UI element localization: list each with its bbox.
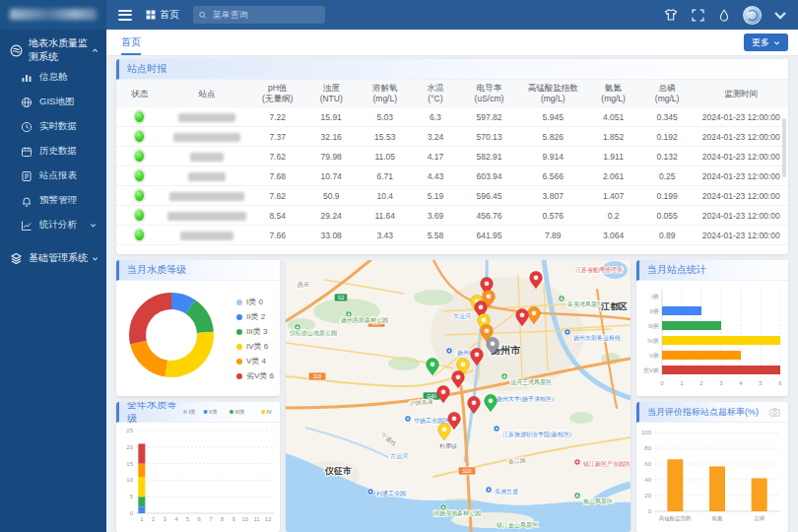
- value-cell: 79.98: [304, 147, 359, 166]
- sidebar-item-gis-map[interactable]: GIS地图: [0, 90, 106, 114]
- map-label: 镇江新区产业园区: [582, 460, 631, 468]
- table-row[interactable]: 7.6810.746.714.43603.946.5662.0610.25202…: [116, 166, 788, 186]
- breadcrumb-home[interactable]: 首页: [146, 8, 179, 22]
- map-label: 古运河: [390, 453, 408, 460]
- svg-text:40: 40: [644, 477, 651, 483]
- logo-blurred-text: [10, 9, 97, 20]
- value-cell: 3.24: [412, 127, 459, 147]
- panel-title: 当月评价指标站点超标率(%): [636, 402, 788, 423]
- value-cell: 50.9: [304, 186, 359, 206]
- user-menu-chevron-icon[interactable]: [772, 7, 788, 23]
- value-cell: 0.345: [640, 107, 695, 127]
- tab-bar: 首页 更多: [106, 30, 798, 56]
- sidebar-item-alert-management[interactable]: 预警管理: [0, 188, 106, 213]
- table-row[interactable]: 8.5429.2411.643.69456.760.5760.20.055202…: [116, 206, 788, 226]
- value-cell: 582.91: [459, 147, 519, 166]
- stations-map[interactable]: G40G2S28328353扬州西部森林公园仪征捺山地质公园润扬湿地森林公园运河…: [286, 260, 631, 532]
- status-cell: [116, 147, 164, 166]
- value-cell: 6.3: [412, 107, 459, 127]
- station-name-redacted: [190, 153, 224, 162]
- svg-text:2: 2: [699, 380, 703, 386]
- search-input[interactable]: [211, 9, 319, 21]
- legend-item[interactable]: V类 4: [236, 354, 274, 368]
- svg-text:0: 0: [660, 380, 664, 386]
- save-image-icon[interactable]: [769, 408, 780, 417]
- more-button[interactable]: 更多: [744, 33, 788, 51]
- svg-text:II类: II类: [209, 409, 218, 415]
- time-cell: 2024-01-23 12:00:00: [694, 166, 788, 186]
- globe-icon: [21, 97, 33, 108]
- park-poi-icon: [574, 493, 580, 499]
- sidebar-item-label: 站点报表: [39, 169, 77, 182]
- table-row[interactable]: 7.2215.915.036.3597.825.9454.0510.345202…: [116, 107, 788, 127]
- value-cell: 597.82: [459, 107, 519, 127]
- red-poi-icon: [574, 459, 580, 465]
- map-label: 江苏省船闸管理所: [575, 266, 623, 274]
- donut-legend: I类 0II类 2III类 3IV类 6V类 4劣V类 6: [236, 295, 274, 383]
- sidebar-item-label: 实时数据: [39, 120, 77, 133]
- apps-grid-icon: [146, 10, 156, 20]
- line-chart-icon: [21, 220, 33, 232]
- svg-text:劣V类: 劣V类: [643, 367, 659, 374]
- map-label: 大运河: [453, 312, 471, 319]
- user-avatar[interactable]: [743, 6, 762, 25]
- sidebar-group-surface-water-system[interactable]: 地表水质量监测系统: [0, 35, 106, 65]
- legend-item[interactable]: IV类 6: [236, 339, 274, 354]
- status-dot-green: [133, 188, 146, 203]
- menu-toggle-icon[interactable]: [118, 10, 132, 21]
- legend-item[interactable]: I类 0: [236, 295, 274, 309]
- value-cell: 0.2: [586, 206, 640, 226]
- table-row[interactable]: 7.6633.083.435.58641.957.893.0640.892024…: [116, 226, 788, 245]
- time-cell: 2024-01-23 12:00:00: [694, 226, 788, 245]
- table-row[interactable]: 7.3732.1615.533.24570.135.8261.8520.1922…: [116, 127, 788, 147]
- status-cell: [116, 107, 164, 127]
- value-cell: 15.91: [304, 107, 359, 127]
- svg-text:80: 80: [644, 445, 651, 451]
- sidebar-item-info-cabin[interactable]: 信息舱: [0, 65, 106, 90]
- value-cell: 1.911: [586, 147, 640, 166]
- station-name-cell: [164, 127, 251, 147]
- legend-item[interactable]: III类 3: [236, 324, 274, 339]
- column-header: 监测时间: [694, 80, 788, 107]
- app-logo: [0, 0, 106, 30]
- sidebar-group-base-management[interactable]: 基础管理系统: [0, 243, 106, 273]
- sidebar-item-statistics-analysis[interactable]: 统计分析: [0, 213, 106, 237]
- map-label: 润扬湿地森林公园: [433, 509, 481, 517]
- map-label: 扬州西部森林公园: [341, 316, 388, 324]
- table-scrollbar[interactable]: [782, 118, 786, 177]
- svg-text:60: 60: [644, 461, 651, 467]
- svg-text:0: 0: [648, 508, 652, 514]
- water-drop-icon[interactable]: [716, 7, 732, 23]
- svg-text:IV类: IV类: [647, 338, 659, 344]
- table-row[interactable]: 7.6250.910.45.19596.453.8071.4070.199202…: [116, 186, 788, 206]
- value-cell: 456.76: [459, 206, 519, 226]
- value-cell: 11.64: [358, 206, 412, 226]
- legend-item[interactable]: 劣V类 6: [236, 368, 274, 383]
- station-report-panel: 站点时报 状态站点pH值(无量纲)浊度(NTU)溶解氧(mg/L)水温(°C)电…: [116, 59, 788, 254]
- column-header: 站点: [164, 80, 251, 107]
- sidebar-item-label: GIS地图: [39, 96, 74, 108]
- map-label: 江苏旅游职业学院(新校区): [502, 431, 571, 438]
- station-report-table: 状态站点pH值(无量纲)浊度(NTU)溶解氧(mg/L)水温(°C)电导率(uS…: [116, 80, 788, 245]
- value-cell: 5.03: [358, 107, 412, 127]
- svg-text:328: 328: [313, 373, 322, 379]
- sidebar-item-realtime-data[interactable]: 实时数据: [0, 114, 106, 139]
- station-map-panel: G40G2S28328353扬州西部森林公园仪征捺山地质公园润扬湿地森林公园运河…: [286, 260, 631, 532]
- theme-skin-icon[interactable]: [663, 7, 679, 23]
- table-row[interactable]: 7.6279.9811.054.17582.919.9141.9110.1322…: [116, 147, 788, 166]
- tab-home[interactable]: 首页: [121, 30, 141, 55]
- value-cell: 4.43: [412, 166, 459, 186]
- svg-text:25: 25: [126, 428, 133, 433]
- fullscreen-icon[interactable]: [690, 7, 705, 23]
- value-cell: 1.407: [586, 186, 640, 206]
- station-name-redacted: [178, 113, 235, 122]
- value-cell: 10.4: [358, 186, 412, 206]
- status-cell: [116, 186, 164, 206]
- sidebar-item-station-report[interactable]: 站点报表: [0, 164, 106, 188]
- sidebar-item-history-data[interactable]: 历史数据: [0, 139, 106, 164]
- monthly-quality-donut-chart: [116, 281, 227, 391]
- menu-search[interactable]: [193, 6, 325, 24]
- svg-text:S28: S28: [463, 468, 472, 474]
- status-cell: [116, 226, 164, 245]
- legend-item[interactable]: II类 2: [236, 309, 274, 324]
